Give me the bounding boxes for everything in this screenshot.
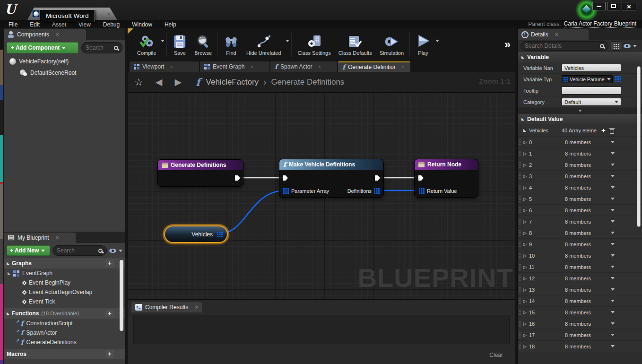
function-item[interactable]: ➚ f ConstructionScript xyxy=(4,319,125,328)
drag-handle-icon[interactable] xyxy=(519,332,521,338)
collapsed-expander-icon[interactable]: ▷ xyxy=(523,140,527,145)
components-search[interactable] xyxy=(81,42,122,53)
expander-icon[interactable] xyxy=(7,262,9,265)
details-search[interactable] xyxy=(521,41,608,51)
drag-handle-icon[interactable] xyxy=(519,173,521,179)
components-search-input[interactable] xyxy=(86,44,114,51)
collapsed-expander-icon[interactable]: ▷ xyxy=(523,299,527,303)
array-element-row[interactable]: ▷ 7 8 members xyxy=(518,216,642,227)
container-type-icon[interactable] xyxy=(615,76,621,82)
drag-handle-icon[interactable] xyxy=(519,218,521,225)
collapsed-expander-icon[interactable]: ▷ xyxy=(523,219,527,224)
element-options-caret[interactable] xyxy=(611,164,615,166)
element-options-caret[interactable] xyxy=(611,198,615,200)
details-search-input[interactable] xyxy=(525,43,600,49)
add-element-icon[interactable]: + xyxy=(601,127,606,134)
drag-handle-icon[interactable] xyxy=(519,184,521,191)
tab-generate-definitions[interactable]: f Generate Definitior× xyxy=(338,61,410,72)
drag-handle-icon[interactable] xyxy=(519,298,521,304)
element-options-caret[interactable] xyxy=(611,141,615,143)
tree-item-vehiclefactory-self[interactable]: VehicleFactory(self) xyxy=(4,56,125,67)
drag-handle-icon[interactable] xyxy=(519,241,521,247)
menu-item[interactable]: Window xyxy=(132,21,152,28)
category-dropdown[interactable]: Default xyxy=(562,98,621,106)
function-item[interactable]: ➚ f GenerateDefinitions xyxy=(4,338,125,347)
browse-button[interactable]: Browse xyxy=(191,32,216,57)
element-options-caret[interactable] xyxy=(611,334,615,336)
delete-array-icon[interactable] xyxy=(609,128,615,133)
function-item[interactable]: ➚ f SpawnActor xyxy=(4,328,125,338)
collapsed-expander-icon[interactable]: ▷ xyxy=(523,185,527,190)
element-options-caret[interactable] xyxy=(611,175,615,177)
event-item[interactable]: Event Tick xyxy=(4,297,125,306)
drag-handle-icon[interactable] xyxy=(519,196,521,202)
simulation-button[interactable]: Simulation xyxy=(376,32,408,57)
toolbar-expand-icon[interactable]: » xyxy=(504,38,511,51)
menu-item[interactable]: Edit xyxy=(30,21,40,28)
exec-output-pin[interactable] xyxy=(234,175,241,181)
favorite-star-icon[interactable]: ☆ xyxy=(134,77,143,88)
drag-handle-icon[interactable] xyxy=(519,343,521,349)
node-vehicles-variable[interactable]: Vehicles xyxy=(164,225,228,243)
array-element-row[interactable]: ▷ 8 8 members xyxy=(518,227,642,239)
save-button[interactable]: Save xyxy=(169,32,191,57)
array-element-row[interactable]: ▷ 4 8 members xyxy=(518,182,642,193)
collapsed-expander-icon[interactable]: ▷ xyxy=(523,265,527,269)
node-header[interactable]: Return Node xyxy=(415,159,478,170)
default-value-section-header[interactable]: Default Value xyxy=(518,114,642,124)
node-header[interactable]: f Make Vehicle Definitions xyxy=(279,159,383,170)
tab-event-graph[interactable]: Event Graph× xyxy=(200,61,269,72)
minimize-button[interactable] xyxy=(592,2,606,10)
functions-section-header[interactable]: Functions (18 Overridable) + xyxy=(4,308,125,319)
array-element-row[interactable]: ▷ 12 8 members xyxy=(518,273,642,284)
array-output-pin[interactable] xyxy=(217,232,223,237)
array-element-row[interactable]: ▷ 10 8 members xyxy=(518,250,642,261)
variable-section-header[interactable]: Variable xyxy=(518,52,642,62)
collapsed-expander-icon[interactable]: ▷ xyxy=(523,344,527,349)
node-generate-definitions[interactable]: Generate Definitions xyxy=(157,159,243,187)
macros-section-header[interactable]: Macros + xyxy=(4,349,125,359)
section-expander[interactable] xyxy=(518,108,642,114)
breadcrumb-root[interactable]: VehicleFactory xyxy=(206,78,259,87)
parent-class-link[interactable]: Carla Actor Factory Blueprint xyxy=(564,20,636,28)
element-options-caret[interactable] xyxy=(611,345,615,347)
collapsed-expander-icon[interactable]: ▷ xyxy=(523,163,527,167)
forward-arrow-icon[interactable]: ▶ xyxy=(174,77,182,87)
collapsed-expander-icon[interactable]: ▷ xyxy=(523,197,527,201)
menu-item[interactable]: Debug xyxy=(103,21,120,28)
collapsed-expander-icon[interactable]: ▷ xyxy=(523,287,527,292)
node-make-vehicle-definitions[interactable]: f Make Vehicle Definitions Parameter Arr… xyxy=(279,159,384,198)
drag-handle-icon[interactable] xyxy=(519,162,521,168)
array-element-row[interactable]: ▷ 18 8 members xyxy=(518,341,642,352)
details-tab-close-icon[interactable]: × xyxy=(555,31,558,38)
array-element-row[interactable]: ▷ 0 8 members xyxy=(518,137,642,148)
find-button[interactable]: Find xyxy=(220,32,243,57)
collapsed-expander-icon[interactable]: ▷ xyxy=(523,208,527,213)
drag-handle-icon[interactable] xyxy=(519,150,521,156)
asset-tab-close-icon[interactable]: × xyxy=(107,10,111,17)
drag-handle-icon[interactable] xyxy=(519,264,521,270)
menu-item[interactable]: Help xyxy=(165,21,176,28)
exec-input-pin[interactable] xyxy=(282,175,288,181)
element-options-caret[interactable] xyxy=(611,288,615,291)
array-output-pin[interactable] xyxy=(374,188,380,194)
drag-handle-icon[interactable] xyxy=(519,252,521,259)
expander-icon[interactable] xyxy=(521,56,524,59)
element-options-caret[interactable] xyxy=(611,220,615,223)
array-element-row[interactable]: ▷ 5 8 members xyxy=(518,193,642,205)
tab-my-blueprint[interactable]: My Blueprint × xyxy=(4,233,76,243)
exec-output-pin[interactable] xyxy=(374,175,381,181)
eye-options-caret[interactable] xyxy=(633,45,637,47)
blueprint-graph-canvas[interactable]: BLUEPRINT Generate Definitions f Make Ve… xyxy=(128,93,515,299)
breadcrumb-current[interactable]: Generate Definitions xyxy=(271,78,344,87)
element-options-caret[interactable] xyxy=(611,311,615,313)
array-element-row[interactable]: ▷ 15 8 members xyxy=(518,307,642,318)
array-element-row[interactable]: ▷ 17 8 members xyxy=(518,329,642,341)
add-graph-button[interactable]: + xyxy=(105,260,114,267)
class-defaults-button[interactable]: Class Defaults xyxy=(335,32,376,57)
collapsed-expander-icon[interactable]: ▷ xyxy=(523,231,527,235)
variable-name-input[interactable]: Vehicles xyxy=(562,64,621,72)
display-filter-button[interactable] xyxy=(611,41,621,51)
add-macro-button[interactable]: + xyxy=(105,350,114,358)
drag-handle-icon[interactable] xyxy=(519,286,521,293)
